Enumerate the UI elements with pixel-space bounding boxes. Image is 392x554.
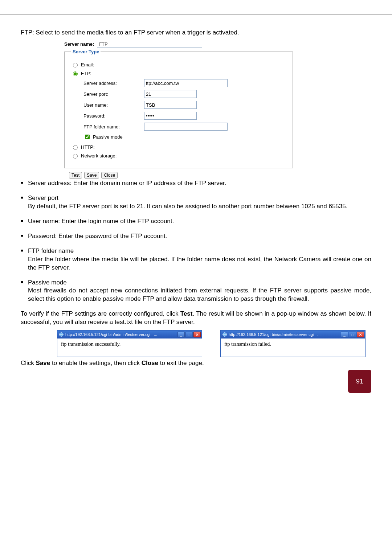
popup-titlebar: http://192.168.5.121/cgi-bin/admin/tests… (221, 331, 365, 338)
popup-failed: http://192.168.5.121/cgi-bin/admin/tests… (220, 330, 366, 357)
radio-ftp-label: FTP: (81, 71, 91, 76)
server-name-label: Server name: (64, 41, 94, 47)
server-port-input[interactable] (144, 90, 197, 98)
server-name-input[interactable] (97, 40, 202, 48)
ftp-config-panel: Server name: Server Type Email: FTP: Ser… (64, 40, 293, 178)
popup-success-body: ftp transmission successfully. (57, 338, 202, 357)
radio-http-label: HTTP: (81, 144, 95, 150)
close-icon[interactable]: ✕ (357, 332, 364, 337)
passive-mode-label: Passive mode (93, 134, 123, 140)
close-button[interactable]: Close (101, 172, 118, 178)
radio-network-storage-label: Network storage: (81, 153, 117, 159)
minimize-icon[interactable]: _ (341, 332, 348, 337)
popup-url: http://192.168.5.121/cgi-bin/admin/tests… (65, 332, 176, 337)
save-button[interactable]: Save (84, 172, 99, 178)
radio-http[interactable] (73, 145, 78, 150)
ie-icon (222, 332, 227, 337)
bullet-server-address: Server address: Enter the domain name or… (21, 179, 371, 188)
popup-url: http://192.168.5.121/cgi-bin/admin/tests… (229, 332, 339, 337)
user-name-input[interactable] (144, 101, 197, 109)
maximize-icon[interactable]: □ (349, 332, 356, 337)
bullet-passive-mode: Passive mode Most firewalls do not accep… (21, 279, 371, 304)
radio-email[interactable] (73, 63, 78, 67)
server-port-label: Server port: (83, 91, 140, 97)
maximize-icon[interactable]: □ (185, 332, 193, 337)
passive-mode-checkbox[interactable] (85, 135, 90, 139)
ftp-folder-input[interactable] (144, 123, 228, 131)
test-button[interactable]: Test (69, 172, 82, 178)
intro-text: : Select to send the media files to an F… (32, 29, 239, 36)
ftp-fields-group: Server address: Server port: User name: … (83, 79, 286, 140)
password-label: Password: (83, 113, 140, 119)
bullet-ftp-folder: FTP folder name Enter the folder where t… (21, 247, 371, 272)
page-number-badge: 91 (348, 370, 371, 393)
bullet-user-name: User name: Enter the login name of the F… (21, 217, 371, 226)
ie-icon (59, 332, 64, 337)
test-paragraph: To verify if the FTP settings are correc… (21, 310, 371, 327)
popup-success: http://192.168.5.121/cgi-bin/admin/tests… (57, 330, 202, 357)
radio-network-storage[interactable] (73, 154, 78, 159)
popup-row: http://192.168.5.121/cgi-bin/admin/tests… (57, 330, 371, 357)
server-address-label: Server address: (83, 81, 140, 86)
minimize-icon[interactable]: _ (177, 332, 185, 337)
server-type-legend: Server Type (71, 49, 101, 54)
header-bar (0, 0, 392, 15)
password-input[interactable] (144, 112, 197, 120)
intro-line: FTP: Select to send the media files to a… (21, 29, 371, 36)
ftp-folder-label: FTP folder name: (83, 124, 140, 130)
ftp-keyword: FTP (21, 29, 32, 36)
close-icon[interactable]: ✕ (193, 332, 201, 337)
bullet-server-port: Server port By default, the FTP server p… (21, 194, 371, 211)
final-paragraph: Click Save to enable the settings, then … (21, 359, 371, 368)
popup-titlebar: http://192.168.5.121/cgi-bin/admin/tests… (57, 331, 202, 338)
user-name-label: User name: (83, 102, 140, 108)
server-address-input[interactable] (144, 79, 228, 87)
radio-email-label: Email: (81, 62, 94, 67)
radio-ftp[interactable] (73, 71, 78, 76)
server-type-fieldset: Server Type Email: FTP: Server address: … (64, 49, 293, 168)
bullet-password: Password: Enter the password of the FTP … (21, 232, 371, 241)
popup-failed-body: ftp transmission failed. (221, 338, 365, 357)
